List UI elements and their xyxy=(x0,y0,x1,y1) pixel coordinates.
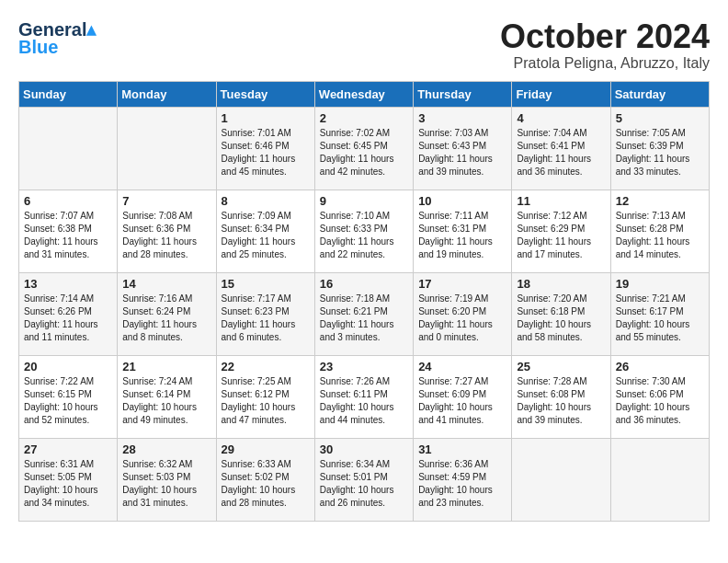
calendar-cell: 4Sunrise: 7:04 AM Sunset: 6:41 PM Daylig… xyxy=(512,107,610,190)
day-number: 18 xyxy=(517,277,605,291)
column-header-saturday: Saturday xyxy=(610,81,709,107)
day-number: 2 xyxy=(320,111,408,125)
day-number: 10 xyxy=(418,194,506,208)
calendar-cell: 8Sunrise: 7:09 AM Sunset: 6:34 PM Daylig… xyxy=(216,190,314,272)
day-number: 20 xyxy=(24,360,112,373)
page-header: General▴ Blue October 2024 Pratola Pelig… xyxy=(18,18,710,72)
day-number: 14 xyxy=(122,277,210,291)
day-content: Sunrise: 6:33 AM Sunset: 5:02 PM Dayligh… xyxy=(222,458,310,510)
calendar-cell: 2Sunrise: 7:02 AM Sunset: 6:45 PM Daylig… xyxy=(314,107,413,190)
calendar-cell: 21Sunrise: 7:24 AM Sunset: 6:14 PM Dayli… xyxy=(118,355,216,438)
day-content: Sunrise: 7:28 AM Sunset: 6:08 PM Dayligh… xyxy=(517,375,605,427)
day-number: 28 xyxy=(122,442,210,456)
day-number: 1 xyxy=(222,111,310,125)
day-content: Sunrise: 7:07 AM Sunset: 6:38 PM Dayligh… xyxy=(24,210,112,261)
day-number: 4 xyxy=(517,111,605,125)
day-number: 29 xyxy=(222,442,310,456)
calendar-cell: 3Sunrise: 7:03 AM Sunset: 6:43 PM Daylig… xyxy=(414,107,512,190)
day-content: Sunrise: 7:02 AM Sunset: 6:45 PM Dayligh… xyxy=(320,127,408,178)
calendar-cell: 19Sunrise: 7:21 AM Sunset: 6:17 PM Dayli… xyxy=(610,272,709,355)
logo-bird-icon: ▴ xyxy=(86,19,96,40)
calendar-cell xyxy=(512,438,610,521)
calendar-cell: 24Sunrise: 7:27 AM Sunset: 6:09 PM Dayli… xyxy=(414,355,512,438)
day-content: Sunrise: 7:21 AM Sunset: 6:17 PM Dayligh… xyxy=(616,293,704,344)
calendar-table: SundayMondayTuesdayWednesdayThursdayFrid… xyxy=(18,81,710,522)
day-number: 7 xyxy=(122,194,210,208)
column-header-tuesday: Tuesday xyxy=(216,81,314,107)
title-area: October 2024 Pratola Peligna, Abruzzo, I… xyxy=(500,18,710,72)
calendar-cell: 13Sunrise: 7:14 AM Sunset: 6:26 PM Dayli… xyxy=(19,272,118,355)
week-row-4: 20Sunrise: 7:22 AM Sunset: 6:15 PM Dayli… xyxy=(19,355,710,438)
day-content: Sunrise: 7:25 AM Sunset: 6:12 PM Dayligh… xyxy=(222,375,310,427)
day-content: Sunrise: 7:27 AM Sunset: 6:09 PM Dayligh… xyxy=(418,375,506,427)
location: Pratola Peligna, Abruzzo, Italy xyxy=(500,55,710,72)
calendar-cell xyxy=(118,107,216,190)
calendar-cell: 25Sunrise: 7:28 AM Sunset: 6:08 PM Dayli… xyxy=(512,355,610,438)
day-number: 8 xyxy=(222,194,310,208)
calendar-cell: 30Sunrise: 6:34 AM Sunset: 5:01 PM Dayli… xyxy=(314,438,413,521)
day-content: Sunrise: 7:08 AM Sunset: 6:36 PM Dayligh… xyxy=(122,210,210,261)
calendar-cell: 5Sunrise: 7:05 AM Sunset: 6:39 PM Daylig… xyxy=(610,107,709,190)
day-number: 17 xyxy=(418,277,506,291)
day-content: Sunrise: 7:30 AM Sunset: 6:06 PM Dayligh… xyxy=(616,375,704,427)
day-number: 12 xyxy=(616,194,704,208)
calendar-cell xyxy=(610,438,709,521)
day-content: Sunrise: 7:17 AM Sunset: 6:23 PM Dayligh… xyxy=(222,293,310,344)
day-number: 25 xyxy=(517,360,605,373)
day-number: 11 xyxy=(517,194,605,208)
column-header-thursday: Thursday xyxy=(414,81,512,107)
day-content: Sunrise: 7:13 AM Sunset: 6:28 PM Dayligh… xyxy=(616,210,704,261)
calendar-cell: 20Sunrise: 7:22 AM Sunset: 6:15 PM Dayli… xyxy=(19,355,118,438)
day-content: Sunrise: 6:34 AM Sunset: 5:01 PM Dayligh… xyxy=(320,458,408,510)
calendar-cell: 7Sunrise: 7:08 AM Sunset: 6:36 PM Daylig… xyxy=(118,190,216,272)
day-content: Sunrise: 7:20 AM Sunset: 6:18 PM Dayligh… xyxy=(517,293,605,344)
day-content: Sunrise: 7:26 AM Sunset: 6:11 PM Dayligh… xyxy=(320,375,408,427)
calendar-cell: 18Sunrise: 7:20 AM Sunset: 6:18 PM Dayli… xyxy=(512,272,610,355)
day-content: Sunrise: 7:14 AM Sunset: 6:26 PM Dayligh… xyxy=(24,293,112,344)
logo-blue: Blue xyxy=(18,37,58,58)
day-number: 26 xyxy=(616,360,704,373)
calendar-cell: 10Sunrise: 7:11 AM Sunset: 6:31 PM Dayli… xyxy=(414,190,512,272)
day-content: Sunrise: 6:36 AM Sunset: 4:59 PM Dayligh… xyxy=(418,458,506,510)
calendar-header: SundayMondayTuesdayWednesdayThursdayFrid… xyxy=(19,81,710,107)
calendar-cell: 15Sunrise: 7:17 AM Sunset: 6:23 PM Dayli… xyxy=(216,272,314,355)
calendar-cell: 23Sunrise: 7:26 AM Sunset: 6:11 PM Dayli… xyxy=(314,355,413,438)
calendar-cell: 1Sunrise: 7:01 AM Sunset: 6:46 PM Daylig… xyxy=(216,107,314,190)
calendar-cell: 16Sunrise: 7:18 AM Sunset: 6:21 PM Dayli… xyxy=(314,272,413,355)
column-header-sunday: Sunday xyxy=(19,81,118,107)
column-header-wednesday: Wednesday xyxy=(314,81,413,107)
calendar-cell: 11Sunrise: 7:12 AM Sunset: 6:29 PM Dayli… xyxy=(512,190,610,272)
day-number: 31 xyxy=(418,442,506,456)
calendar-cell: 29Sunrise: 6:33 AM Sunset: 5:02 PM Dayli… xyxy=(216,438,314,521)
calendar-cell: 12Sunrise: 7:13 AM Sunset: 6:28 PM Dayli… xyxy=(610,190,709,272)
month-title: October 2024 xyxy=(500,18,710,55)
day-content: Sunrise: 7:24 AM Sunset: 6:14 PM Dayligh… xyxy=(122,375,210,427)
day-number: 23 xyxy=(320,360,408,373)
day-number: 13 xyxy=(24,277,112,291)
day-content: Sunrise: 7:19 AM Sunset: 6:20 PM Dayligh… xyxy=(418,293,506,344)
calendar-cell: 6Sunrise: 7:07 AM Sunset: 6:38 PM Daylig… xyxy=(19,190,118,272)
day-number: 24 xyxy=(418,360,506,373)
week-row-5: 27Sunrise: 6:31 AM Sunset: 5:05 PM Dayli… xyxy=(19,438,710,521)
logo: General▴ Blue xyxy=(18,18,96,58)
day-content: Sunrise: 7:22 AM Sunset: 6:15 PM Dayligh… xyxy=(24,375,112,427)
calendar-cell: 26Sunrise: 7:30 AM Sunset: 6:06 PM Dayli… xyxy=(610,355,709,438)
week-row-1: 1Sunrise: 7:01 AM Sunset: 6:46 PM Daylig… xyxy=(19,107,710,190)
day-content: Sunrise: 7:03 AM Sunset: 6:43 PM Dayligh… xyxy=(418,127,506,178)
day-content: Sunrise: 6:31 AM Sunset: 5:05 PM Dayligh… xyxy=(24,458,112,510)
day-content: Sunrise: 6:32 AM Sunset: 5:03 PM Dayligh… xyxy=(122,458,210,510)
day-number: 27 xyxy=(24,442,112,456)
day-content: Sunrise: 7:10 AM Sunset: 6:33 PM Dayligh… xyxy=(320,210,408,261)
day-content: Sunrise: 7:01 AM Sunset: 6:46 PM Dayligh… xyxy=(222,127,310,178)
calendar-cell: 17Sunrise: 7:19 AM Sunset: 6:20 PM Dayli… xyxy=(414,272,512,355)
day-number: 15 xyxy=(222,277,310,291)
day-number: 19 xyxy=(616,277,704,291)
calendar-cell: 9Sunrise: 7:10 AM Sunset: 6:33 PM Daylig… xyxy=(314,190,413,272)
day-content: Sunrise: 7:11 AM Sunset: 6:31 PM Dayligh… xyxy=(418,210,506,261)
calendar-cell: 14Sunrise: 7:16 AM Sunset: 6:24 PM Dayli… xyxy=(118,272,216,355)
column-header-friday: Friday xyxy=(512,81,610,107)
calendar-body: 1Sunrise: 7:01 AM Sunset: 6:46 PM Daylig… xyxy=(19,107,710,521)
calendar-cell xyxy=(19,107,118,190)
day-content: Sunrise: 7:04 AM Sunset: 6:41 PM Dayligh… xyxy=(517,127,605,178)
week-row-2: 6Sunrise: 7:07 AM Sunset: 6:38 PM Daylig… xyxy=(19,190,710,272)
